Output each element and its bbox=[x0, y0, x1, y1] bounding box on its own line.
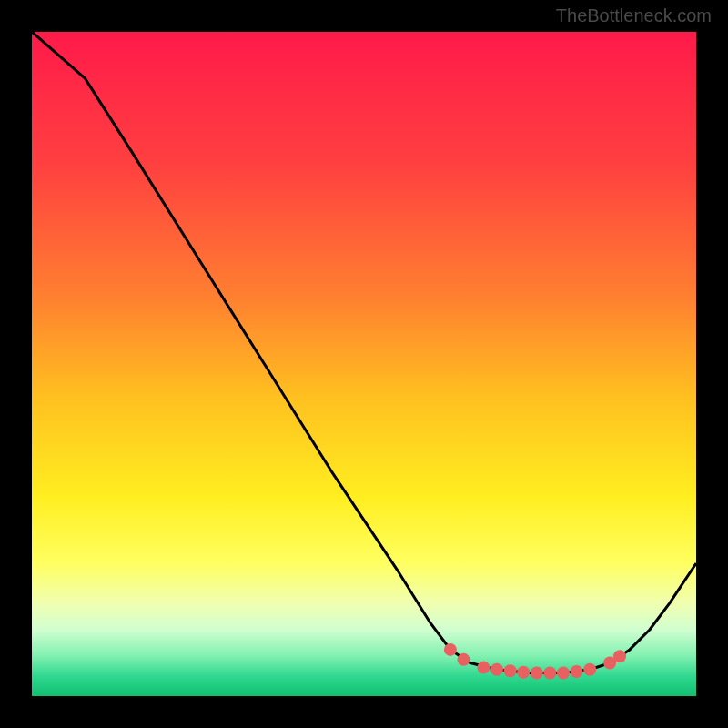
data-marker bbox=[543, 666, 556, 679]
data-marker bbox=[557, 666, 570, 679]
data-marker bbox=[517, 666, 530, 679]
data-marker bbox=[444, 643, 457, 656]
data-marker bbox=[477, 662, 490, 674]
plot-area bbox=[32, 32, 696, 696]
data-marker bbox=[458, 653, 470, 666]
data-marker bbox=[583, 663, 596, 676]
data-marker bbox=[531, 666, 543, 679]
attribution-text: TheBottleneck.com bbox=[556, 5, 712, 26]
chart-svg bbox=[32, 32, 696, 696]
data-marker bbox=[571, 665, 583, 678]
data-marker bbox=[613, 650, 626, 662]
data-marker bbox=[504, 664, 517, 677]
chart-container: TheBottleneck.com bbox=[0, 0, 728, 728]
gradient-background bbox=[32, 32, 696, 696]
data-marker bbox=[490, 663, 503, 676]
